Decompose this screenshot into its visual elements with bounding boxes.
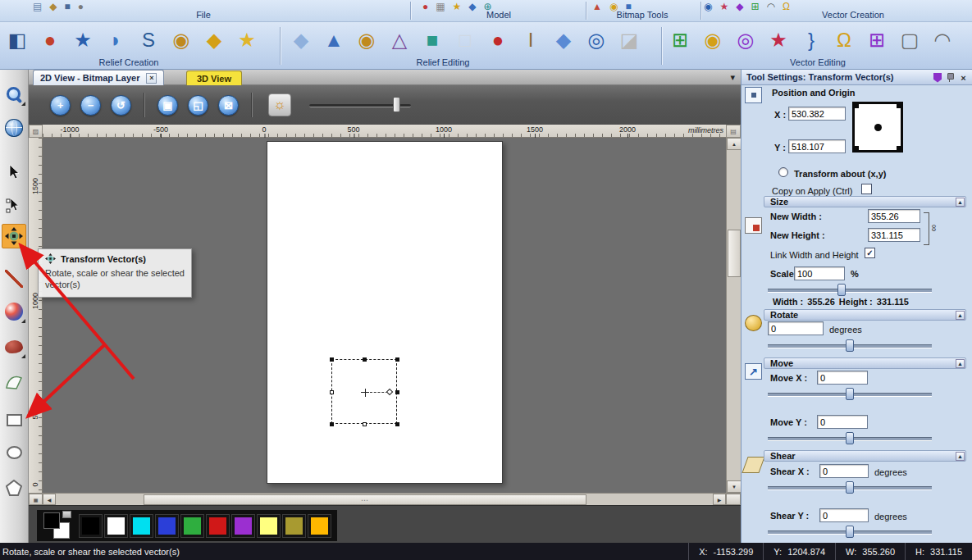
origin-corner-nub[interactable]: [897, 103, 901, 108]
calculate-relief-icon[interactable]: ◧: [3, 24, 31, 57]
move-y-input[interactable]: [817, 415, 868, 429]
sculpt-relief-tool[interactable]: [2, 335, 26, 359]
transform-about-radio[interactable]: [778, 167, 788, 177]
vertical-scroll-thumb[interactable]: [728, 230, 741, 277]
zoom-out-button[interactable]: −: [80, 95, 101, 116]
new-file-icon[interactable]: ▤: [33, 2, 42, 11]
new-height-input[interactable]: [868, 228, 920, 242]
collapse-move-button[interactable]: ▲: [956, 359, 965, 368]
vector-icon-1[interactable]: ◉: [704, 2, 712, 11]
relief-envelope-icon[interactable]: ■: [418, 24, 446, 57]
origin-corner-nub[interactable]: [854, 146, 859, 151]
bell-vectors-icon[interactable]: Ω: [830, 24, 858, 57]
transform-vectors-tool[interactable]: [2, 224, 26, 248]
origin-corner-nub[interactable]: [854, 103, 859, 108]
ellipse-tool[interactable]: [2, 440, 26, 465]
move-x-slider-thumb[interactable]: [846, 388, 854, 400]
vector-selection-box[interactable]: [331, 359, 397, 424]
palette-swatch[interactable]: [130, 515, 153, 537]
primary-color-swatch[interactable]: [43, 512, 60, 529]
origin-selector[interactable]: [852, 102, 903, 153]
zoom-objects-button[interactable]: ⊠: [218, 95, 239, 116]
fade-slider[interactable]: [308, 95, 413, 115]
scroll-down-button[interactable]: ▼: [727, 480, 742, 493]
palette-swatch[interactable]: [181, 515, 203, 537]
add-vectors-icon[interactable]: ⊞: [666, 24, 694, 57]
vector-icon-6[interactable]: Ω: [783, 2, 790, 11]
shear-section-bar[interactable]: Shear ▲: [764, 450, 966, 462]
polygon-tool[interactable]: [2, 476, 26, 500]
shape-outline-icon[interactable]: ▢: [896, 24, 924, 57]
tab-3d-view[interactable]: 3D View: [186, 71, 242, 85]
canvas-viewport[interactable]: [43, 138, 726, 493]
scale-input[interactable]: [794, 266, 845, 280]
zoom-in-button[interactable]: +: [50, 95, 71, 116]
measure-tool[interactable]: [2, 266, 26, 291]
shear-y-slider[interactable]: [768, 526, 932, 538]
x-position-input[interactable]: [788, 107, 846, 121]
facet-relief-icon[interactable]: ◆: [550, 24, 577, 57]
turn-icon[interactable]: ★: [233, 24, 261, 57]
tab-close-icon[interactable]: ×: [146, 73, 157, 84]
selection-handle-n[interactable]: [363, 357, 367, 362]
copy-on-apply-checkbox[interactable]: [861, 184, 872, 194]
relief-bag-icon[interactable]: □: [451, 24, 479, 57]
group-vectors-icon[interactable]: }: [797, 24, 825, 57]
rotate-slider[interactable]: [768, 339, 932, 352]
rectangle-tool[interactable]: [2, 407, 26, 432]
selection-handle-ne[interactable]: [395, 357, 399, 362]
selection-handle-e[interactable]: [395, 390, 399, 394]
bitmap-icon-1[interactable]: ▲: [592, 2, 602, 11]
y-position-input[interactable]: [788, 139, 846, 153]
node-editing-tool[interactable]: [2, 193, 26, 218]
arc-fit-icon[interactable]: ◠: [929, 24, 956, 57]
scroll-up-button[interactable]: ▲: [727, 138, 742, 150]
link-width-height-checkbox[interactable]: ✓: [865, 248, 875, 258]
scroll-left-button[interactable]: ◀: [43, 494, 56, 505]
vector-icon-5[interactable]: ◠: [767, 2, 775, 11]
rotate-section-bar[interactable]: Rotate ▲: [764, 309, 966, 321]
create-polyline-tool[interactable]: [2, 369, 26, 394]
view-orientation-tool[interactable]: [2, 116, 26, 140]
selection-handle-se[interactable]: [395, 422, 399, 426]
bitmap-fade-button[interactable]: ☼: [268, 93, 291, 116]
model-icon-1[interactable]: ●: [422, 2, 428, 11]
zoom-tool[interactable]: [2, 82, 26, 107]
move-x-slider[interactable]: [768, 388, 932, 400]
extrude-icon[interactable]: ◆: [200, 24, 228, 57]
model-icon-4[interactable]: ◆: [468, 2, 476, 11]
vector-icon-3[interactable]: ◆: [736, 2, 743, 11]
offset-vectors-icon[interactable]: ◎: [732, 24, 760, 57]
vector-pot-icon[interactable]: ◉: [699, 24, 727, 57]
select-vectors-tool[interactable]: [2, 160, 26, 184]
rotate-slider-thumb[interactable]: [846, 339, 854, 352]
erase-relief-icon[interactable]: ◪: [615, 24, 643, 57]
sculpting-icon[interactable]: ▲: [320, 24, 348, 57]
palette-swatch[interactable]: [156, 515, 178, 537]
collapse-rotate-button[interactable]: ▲: [956, 311, 965, 320]
move-y-slider-thumb[interactable]: [846, 432, 854, 444]
save-file-icon[interactable]: ■: [65, 2, 71, 11]
shear-y-input[interactable]: [819, 508, 869, 522]
column-wrap-icon[interactable]: I: [517, 24, 545, 57]
vector-icon-4[interactable]: ⊞: [751, 2, 759, 11]
ruler-corner-button[interactable]: ▨: [29, 125, 43, 138]
texture-relief-icon[interactable]: ★: [69, 24, 97, 57]
rotate-input[interactable]: [768, 321, 824, 335]
horizontal-scrollbar[interactable]: ▦ ◀ ⋯ ▶: [29, 493, 741, 505]
shape-editor-icon[interactable]: ●: [36, 24, 64, 57]
shear-x-slider[interactable]: [768, 481, 932, 494]
paint-relief-tool[interactable]: [2, 299, 26, 324]
primary-secondary-swatch[interactable]: [43, 512, 70, 539]
palette-swatch[interactable]: [232, 515, 254, 537]
zoom-page-button[interactable]: ◱: [188, 95, 208, 116]
weave-wizard-icon[interactable]: ◉: [167, 24, 195, 57]
offset-relief-icon[interactable]: ◎: [582, 24, 610, 57]
grid-vectors-icon[interactable]: ⊞: [863, 24, 891, 57]
palette-swatch[interactable]: [105, 515, 127, 537]
smooth-relief-icon[interactable]: ◆: [287, 24, 315, 57]
zoom-1to1-button[interactable]: ▣: [157, 95, 178, 116]
fade-slider-thumb[interactable]: [393, 97, 400, 112]
vertical-scrollbar[interactable]: ▲ ▼: [726, 138, 741, 493]
dome-relief-icon[interactable]: ◉: [353, 24, 381, 57]
